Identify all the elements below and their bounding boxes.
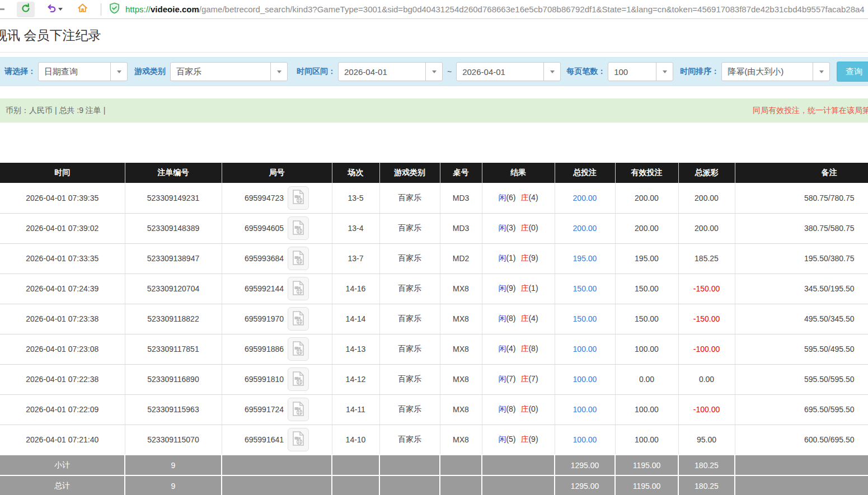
result-banker-label: 庄 xyxy=(520,284,528,293)
cell-valid-bet: 200.00 xyxy=(615,183,678,213)
total-label: 总计 xyxy=(0,475,125,495)
cell-total-bet-link[interactable]: 200.00 xyxy=(555,213,615,243)
cell-round-id: 695991724 xyxy=(222,394,332,425)
cell-total-bet-link[interactable]: 195.00 xyxy=(555,243,615,274)
cell-game: 百家乐 xyxy=(379,304,440,334)
date-from-input[interactable]: 2026-04-01 xyxy=(338,62,443,81)
subtotal-valid-bet: 1195.00 xyxy=(615,455,678,475)
cell-note: 600.50/695.50 xyxy=(735,425,868,455)
url-text[interactable]: https://videoie.com/game/betrecord_searc… xyxy=(125,4,865,14)
chevron-down-icon[interactable] xyxy=(270,63,287,81)
sort-select[interactable]: 降幂(由大到小) xyxy=(721,62,830,81)
cell-valid-bet: 195.00 xyxy=(615,243,678,274)
video-replay-button[interactable] xyxy=(288,277,309,300)
cell-bet-id: 523309149231 xyxy=(125,183,222,213)
cell-round-id: 695991970 xyxy=(222,304,332,334)
total-payout: 180.25 xyxy=(678,475,735,495)
result-player-label: 闲 xyxy=(498,314,506,323)
video-replay-button[interactable] xyxy=(288,337,309,361)
cell-payout: 200.00 xyxy=(678,213,735,243)
result-player-label: 闲 xyxy=(498,404,506,413)
result-player-value: (8) xyxy=(506,314,515,323)
result-player-value: (6) xyxy=(506,193,515,202)
browser-toolbar: https://videoie.com/game/betrecord_searc… xyxy=(0,0,868,19)
video-replay-icon xyxy=(292,220,305,237)
video-replay-button[interactable] xyxy=(288,398,309,421)
reload-button[interactable] xyxy=(17,2,35,17)
game-type-select[interactable]: 百家乐 xyxy=(170,62,288,81)
result-banker-value: (8) xyxy=(528,344,538,353)
result-player-value: (4) xyxy=(506,344,515,353)
chevron-down-icon[interactable] xyxy=(656,63,673,81)
cell-total-bet-link[interactable]: 200.00 xyxy=(555,183,615,213)
result-player-label: 闲 xyxy=(498,253,506,262)
undo-icon xyxy=(46,3,57,16)
cell-game: 百家乐 xyxy=(379,274,440,304)
cell-bet-id: 523309138947 xyxy=(125,243,222,274)
chevron-down-icon[interactable] xyxy=(543,63,560,81)
date-to-input[interactable]: 2026-04-01 xyxy=(456,62,561,81)
date-range-separator: ~ xyxy=(447,67,452,76)
video-replay-button[interactable] xyxy=(288,428,309,451)
table-row: 2026-04-01 07:23:08 523309117851 6959918… xyxy=(0,334,868,364)
result-banker-value: (4) xyxy=(528,314,538,323)
cell-total-bet-link[interactable]: 100.00 xyxy=(555,364,615,394)
chevron-down-icon[interactable] xyxy=(425,63,442,81)
result-player-value: (1) xyxy=(506,253,515,262)
result-player-value: (9) xyxy=(506,284,515,293)
result-banker-value: (7) xyxy=(528,374,538,383)
cell-table-no: MD3 xyxy=(440,213,482,243)
cell-session: 13-5 xyxy=(332,183,379,213)
undo-menu-caret-icon[interactable] xyxy=(58,8,63,11)
round-id-text: 695994723 xyxy=(245,194,284,202)
chevron-down-icon[interactable] xyxy=(813,63,829,81)
cell-session: 14-11 xyxy=(332,394,379,425)
address-bar[interactable]: https://videoie.com/game/betrecord_searc… xyxy=(109,2,865,16)
cell-total-bet-link[interactable]: 100.00 xyxy=(555,334,615,364)
cell-total-bet-link[interactable]: 100.00 xyxy=(555,394,615,425)
cell-valid-bet: 0.00 xyxy=(615,364,678,394)
game-type-value: 百家乐 xyxy=(171,67,270,77)
cell-payout: 95.00 xyxy=(678,425,735,455)
total-valid-bet: 1195.00 xyxy=(615,475,678,495)
table-row: 2026-04-01 07:24:39 523309120704 6959921… xyxy=(0,274,868,304)
search-button[interactable]: 查询 xyxy=(837,62,868,82)
toolbar-divider xyxy=(101,3,101,16)
cell-time: 2026-04-01 07:22:09 xyxy=(0,394,125,425)
table-row: 2026-04-01 07:22:09 523309115963 6959917… xyxy=(0,394,868,425)
cell-table-no: MX8 xyxy=(440,334,482,364)
cell-total-bet-link[interactable]: 150.00 xyxy=(555,304,615,334)
cell-total-bet-link[interactable]: 150.00 xyxy=(555,274,615,304)
video-replay-button[interactable] xyxy=(288,216,309,240)
cell-payout: -150.00 xyxy=(678,274,735,304)
subtotal-count: 9 xyxy=(125,455,222,475)
date-to-value: 2026-04-01 xyxy=(457,67,543,77)
video-replay-button[interactable] xyxy=(288,186,309,210)
cell-valid-bet: 100.00 xyxy=(615,425,678,455)
table-row: 2026-04-01 07:33:35 523309138947 6959936… xyxy=(0,243,868,274)
video-replay-icon xyxy=(292,189,305,206)
page-size-select[interactable]: 100 xyxy=(608,62,673,81)
round-id-text: 695991970 xyxy=(245,314,284,323)
round-id-text: 695991641 xyxy=(245,435,284,444)
cell-bet-id: 523309118822 xyxy=(125,304,222,334)
cell-time: 2026-04-01 07:21:40 xyxy=(0,425,125,455)
video-replay-button[interactable] xyxy=(288,247,309,270)
col-result: 结果 xyxy=(482,163,555,183)
home-button[interactable] xyxy=(73,2,92,17)
cell-total-bet-link[interactable]: 100.00 xyxy=(555,425,615,455)
title-bar: 视讯 会员下注纪录 xyxy=(0,19,868,53)
summary-note: 同局有效投注，统一计算在该局第 xyxy=(753,106,868,116)
cell-result: 闲(4) 庄(8) xyxy=(482,334,555,364)
video-replay-button[interactable] xyxy=(288,307,309,331)
date-from-value: 2026-04-01 xyxy=(339,67,425,77)
col-game-type: 游戏类别 xyxy=(379,163,440,183)
undo-button[interactable] xyxy=(43,2,67,17)
video-replay-button[interactable] xyxy=(288,367,309,391)
table-body: 2026-04-01 07:39:35 523309149231 6959947… xyxy=(0,183,868,455)
cell-time: 2026-04-01 07:33:35 xyxy=(0,243,125,274)
query-type-value: 日期查询 xyxy=(39,67,110,77)
chevron-down-icon[interactable] xyxy=(110,63,127,81)
query-type-select[interactable]: 日期查询 xyxy=(38,62,128,81)
col-table-no: 桌号 xyxy=(440,163,482,183)
